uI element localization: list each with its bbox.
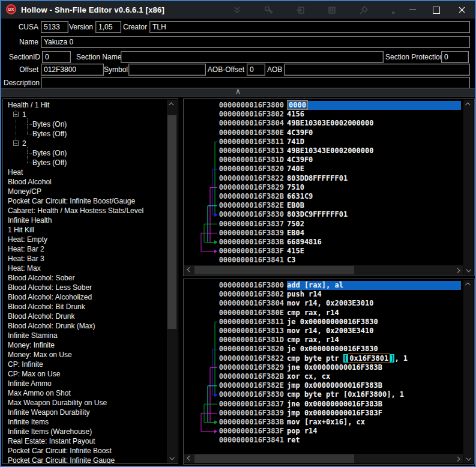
scroll-up-button[interactable] xyxy=(463,280,473,289)
tree-item[interactable]: Infinite Stamina xyxy=(3,331,166,340)
tree-item-label: 2 xyxy=(22,139,26,148)
section-protection-input[interactable] xyxy=(441,51,469,63)
pattern-icon[interactable] xyxy=(327,5,337,15)
version-label: Version xyxy=(68,21,93,33)
name-input[interactable] xyxy=(41,36,470,48)
tree-item[interactable]: Pocket Car Circuit: Infinite Gauge xyxy=(3,456,166,464)
chevron-right-icon xyxy=(455,268,460,273)
tree-item-label: Pocket Car Circuit: Infinite Boost xyxy=(8,446,112,456)
bytes-value: 66894816 xyxy=(287,238,322,247)
tree-item[interactable]: Blood Alcohol xyxy=(3,177,166,187)
collapse-all-icon[interactable] xyxy=(232,5,242,15)
tree-item[interactable]: Infinite Ammo xyxy=(3,379,166,388)
tree-item[interactable]: Blood Alcohol: Drunk (Max) xyxy=(3,321,166,331)
section-id-input[interactable] xyxy=(42,51,71,63)
tree-item[interactable]: Money: Infinite xyxy=(3,340,166,350)
tree-item[interactable]: Blood Alcohol: Alcoholized xyxy=(3,292,166,302)
dot-icon[interactable] xyxy=(388,5,398,15)
close-button[interactable] xyxy=(451,1,472,19)
scroll-up-button[interactable] xyxy=(167,100,176,109)
import-icon[interactable] xyxy=(296,5,306,15)
chevron-down-icon xyxy=(466,456,471,460)
bytes-value: 741D xyxy=(287,137,304,146)
tree-item[interactable]: 1 Hit Kill xyxy=(3,225,166,235)
tree-item[interactable]: Blood Alcohol: Bit Drunk xyxy=(3,302,166,312)
tree-item[interactable]: Infinite Items xyxy=(3,417,166,427)
tree-item[interactable]: Real Estate: Instant Payout xyxy=(3,436,166,446)
collapse-splitter-bar[interactable]: /\ xyxy=(1,88,475,97)
version-input[interactable] xyxy=(95,21,121,33)
scroll-left-button[interactable] xyxy=(184,265,194,275)
disasm-horizontal-scrollbar[interactable] xyxy=(184,454,463,463)
tree-vertical-scrollbar[interactable] xyxy=(167,100,177,463)
pin-icon[interactable] xyxy=(359,5,369,15)
tree-item-label: Heat xyxy=(8,167,23,177)
tree-item-label: CP: Max on Use xyxy=(8,369,60,379)
tree-item[interactable]: Heat: Bar 3 xyxy=(3,254,166,264)
hex-horizontal-scrollbar[interactable] xyxy=(184,265,463,275)
bytes-value: 803DD8FFFFFF01 xyxy=(287,174,348,183)
tree-item-label: Blood Alcohol: Less Sober xyxy=(8,283,92,292)
tree-item-label: Infinite Weapon Durability xyxy=(8,408,90,417)
tree-item[interactable]: Pocket Car Circuit: Infinite Boost xyxy=(3,446,166,456)
scroll-down-button[interactable] xyxy=(167,453,176,463)
tree-connector xyxy=(27,153,32,154)
description-input[interactable] xyxy=(41,77,470,89)
tree-item[interactable]: Money/CP xyxy=(3,187,166,196)
scroll-right-button[interactable] xyxy=(453,454,463,463)
bytes-value: 4C39F0 xyxy=(287,155,313,164)
tree-item[interactable]: Blood Alcohol: Drunk xyxy=(3,312,166,321)
scroll-down-button[interactable] xyxy=(463,454,473,463)
cusa-input[interactable] xyxy=(41,21,68,33)
scroll-right-button[interactable] xyxy=(453,265,463,275)
tree-item[interactable]: Heat xyxy=(3,167,166,177)
tree-item[interactable]: Max Weapon Durability on Use xyxy=(3,398,166,408)
tree-item[interactable]: Blood Alcohol: Sober xyxy=(3,273,166,283)
tree-item[interactable]: Heat: Empty xyxy=(3,235,166,244)
tree-item-label: Bytes (Off) xyxy=(32,158,67,167)
aob-offset-input[interactable] xyxy=(247,64,265,76)
tree-item[interactable]: Blood Alcohol: Less Sober xyxy=(3,283,166,292)
section-name-input[interactable] xyxy=(121,51,384,63)
section-name-label: Section Name xyxy=(76,51,118,63)
instruction: add [rax], al xyxy=(287,281,343,290)
bytes-value: 7510 xyxy=(287,183,304,192)
tree-item[interactable]: Infinite Items (Warehouse) xyxy=(3,427,166,436)
tree-item[interactable]: Infinite Health xyxy=(3,215,166,225)
tree-item[interactable]: Cabaret: Health / Max Hostess Stats/Leve… xyxy=(3,206,166,215)
tree-item[interactable]: CP: Max on Use xyxy=(3,369,166,379)
tree-item-label: Heat: Empty xyxy=(8,235,47,244)
aob-input[interactable] xyxy=(284,64,470,76)
hex-scrollbar-thumb[interactable] xyxy=(194,266,354,274)
tree-item[interactable]: Money: Max on Use xyxy=(3,350,166,360)
scroll-left-button[interactable] xyxy=(184,454,194,463)
instruction: jmp 0x00000000016F383B xyxy=(287,381,382,390)
disasm-scrollbar-thumb[interactable] xyxy=(194,454,354,463)
orange-box-token: 0000 xyxy=(287,100,308,110)
creator-input[interactable] xyxy=(149,21,470,33)
tree-item[interactable]: Infinite Weapon Durability xyxy=(3,408,166,417)
title-bar[interactable]: DX Hollow - Shn-File Editor v0.6.6.1 [x8… xyxy=(1,1,475,19)
tree-item-label: Real Estate: Instant Payout xyxy=(8,436,95,446)
tree-item-label: Blood Alcohol: Drunk (Max) xyxy=(8,321,95,331)
bytes-value: 4C39F0 xyxy=(287,128,313,137)
scroll-down-button[interactable] xyxy=(463,265,473,275)
wrench-icon[interactable] xyxy=(264,5,274,15)
tree-scrollbar-thumb[interactable] xyxy=(167,115,176,329)
tree-item[interactable]: Max Ammo on Shot xyxy=(3,388,166,398)
tree-item-label: Blood Alcohol: Bit Drunk xyxy=(8,302,85,312)
symbol-input[interactable] xyxy=(128,64,206,76)
maximize-button[interactable] xyxy=(426,1,447,19)
instruction: cmp rax, r14 xyxy=(287,336,339,345)
tree-item[interactable]: Health / 1 Hit xyxy=(3,100,166,110)
tree-item[interactable]: Heat: Max xyxy=(3,264,166,273)
minimize-button[interactable] xyxy=(402,1,423,19)
tree-item[interactable]: Heat: Bar 2 xyxy=(3,244,166,254)
hex-vertical-scrollbar[interactable] xyxy=(463,100,474,275)
bytes-value: 49BE10343E0002000000 xyxy=(287,146,374,155)
tree-item[interactable]: CP: Infinite xyxy=(3,360,166,369)
disasm-vertical-scrollbar[interactable] xyxy=(463,280,474,463)
tree-item[interactable]: Pocket Car Circuit: Infinite Boost/Gauge xyxy=(3,196,166,206)
scroll-up-button[interactable] xyxy=(463,100,473,109)
offset-input[interactable] xyxy=(41,64,104,76)
